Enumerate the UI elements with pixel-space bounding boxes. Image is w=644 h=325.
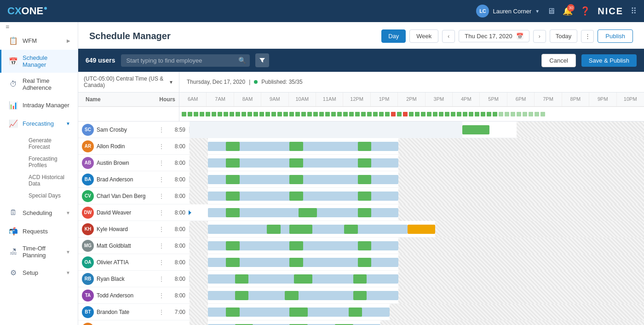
time-labels-row: 6AM 7AM 8AM 9AM 10AM 11AM 12PM 1PM 2PM 3…	[179, 93, 644, 106]
avatar: OA	[82, 256, 94, 268]
sidebar-item-requests[interactable]: 📬 Requests	[0, 222, 78, 240]
coverage-cell	[367, 112, 372, 116]
timezone-selector[interactable]: (UTC-05:00) Central Time (US & Canada) ▼	[78, 72, 179, 92]
row-menu-icon[interactable]: ⋮	[156, 192, 167, 200]
row-menu-icon[interactable]: ⋮	[156, 126, 167, 133]
sidebar-item-label: Time-Off Planning	[23, 245, 61, 259]
forecasting-submenu: Generate Forecast Forecasting Profiles A…	[0, 133, 78, 203]
hours-cell: 8:00	[167, 243, 190, 249]
sidebar-item-acd-historical[interactable]: ACD Historical Data	[21, 171, 78, 190]
coverage-cell	[307, 112, 312, 116]
time-label: 10PM	[617, 93, 644, 106]
published-status: Published: 35/35	[261, 79, 302, 85]
chevron-right-icon: ▼	[66, 210, 70, 215]
sidebar-item-forecasting-profiles[interactable]: Forecasting Profiles	[21, 153, 78, 171]
employee-name: Matt Goldblatt	[97, 243, 155, 249]
row-menu-area: ⋮	[156, 126, 167, 133]
coverage-cell	[182, 112, 186, 116]
sidebar-item-special-days[interactable]: Special Days	[21, 190, 78, 202]
more-options-button[interactable]: ⋮	[581, 30, 594, 43]
publish-button[interactable]: Publish	[598, 29, 633, 43]
sidebar-toggle[interactable]: ≡	[0, 22, 15, 31]
row-menu-icon[interactable]: ⋮	[156, 176, 167, 183]
chevron-down-icon: ▼	[66, 121, 70, 126]
schedule-toolbar: 649 users 🔍 Cancel Save & Publish	[78, 49, 644, 72]
sidebar-item-forecasting[interactable]: 📈 Forecasting ▼	[0, 114, 78, 133]
coverage-cell	[511, 112, 515, 116]
row-menu-icon[interactable]: ⋮	[156, 259, 167, 266]
timeline-cell	[190, 122, 644, 138]
logo: CXONE	[7, 5, 47, 17]
row-menu-icon[interactable]: ⋮	[156, 242, 167, 250]
row-menu-icon[interactable]: ⋮	[156, 143, 167, 150]
hours-cell: 7:00	[167, 309, 190, 315]
coverage-cell	[212, 112, 216, 116]
filter-button[interactable]	[255, 53, 269, 67]
chevron-down-icon: ▼	[535, 9, 540, 14]
user-count: 649 users	[86, 57, 115, 64]
notification-icon[interactable]: 🔔 30	[563, 6, 573, 16]
name-column-header: Name	[78, 93, 156, 106]
employee-name: Brad Anderson	[97, 176, 155, 183]
scheduling-icon: 🗓	[9, 208, 18, 217]
sidebar-item-generate-forecast[interactable]: Generate Forecast	[21, 134, 78, 153]
row-menu-icon[interactable]: ⋮	[156, 308, 167, 316]
time-label: 9PM	[589, 93, 616, 106]
hours-cell: 8:00	[167, 193, 190, 199]
green-bar	[289, 175, 303, 184]
row-menu-icon[interactable]: ⋮	[156, 292, 167, 299]
week-button[interactable]: Week	[409, 29, 438, 43]
employee-name: Ryan Black	[97, 276, 155, 282]
timeline-cell	[190, 221, 644, 238]
prev-arrow[interactable]: ‹	[442, 30, 455, 43]
green-bar	[226, 258, 240, 267]
green-bar	[226, 142, 240, 151]
coverage-cell	[481, 112, 485, 116]
intraday-icon: 📊	[9, 100, 18, 110]
coverage-cell	[224, 112, 228, 116]
green-bar	[226, 175, 240, 184]
cancel-button[interactable]: Cancel	[541, 54, 575, 67]
help-icon[interactable]: ❓	[580, 6, 590, 16]
search-input[interactable]	[121, 54, 250, 67]
hatch-left	[190, 138, 208, 155]
coverage-cell	[236, 112, 240, 116]
page-title: Schedule Manager	[89, 31, 171, 41]
row-name-cell: DW David Weaver	[78, 207, 156, 219]
hours-cell: 8:00	[167, 160, 190, 166]
screen-icon[interactable]: 🖥	[547, 6, 555, 16]
hatch-right	[398, 188, 644, 204]
sidebar-item-time-off[interactable]: 🏖 Time-Off Planning ▼	[0, 240, 78, 263]
coverage-cell	[505, 112, 509, 116]
sidebar-item-wfm[interactable]: 📋 WFM ▶	[0, 31, 78, 50]
row-menu-icon[interactable]: ⋮	[156, 159, 167, 167]
sidebar-item-real-time[interactable]: ⏱ Real Time Adherence	[0, 73, 78, 96]
forecast-summary-timeline	[179, 112, 644, 116]
time-label: 7PM	[535, 93, 562, 106]
search-icon[interactable]: 🔍	[238, 57, 246, 64]
row-menu-icon[interactable]: ⋮	[156, 209, 167, 216]
row-name-cell: RB Ryan Black	[78, 273, 156, 285]
apps-icon[interactable]: ⠿	[631, 6, 637, 16]
sidebar-item-schedule-manager[interactable]: 📅 Schedule Manager	[0, 50, 78, 73]
row-menu-icon[interactable]: ⋮	[156, 226, 167, 233]
save-publish-button[interactable]: Save & Publish	[581, 54, 637, 67]
coverage-cell	[397, 112, 402, 116]
green-bar	[344, 225, 358, 234]
user-menu[interactable]: LC Lauren Corner ▼	[476, 5, 540, 17]
today-button[interactable]: Today	[550, 29, 578, 43]
sidebar-item-scheduling[interactable]: 🗓 Scheduling ▼	[0, 203, 78, 222]
timeline-cell	[190, 320, 644, 325]
time-label: 7AM	[207, 93, 234, 106]
coverage-cell	[373, 112, 378, 116]
filter-icon	[259, 57, 265, 64]
coverage-cell	[259, 112, 264, 116]
wfm-icon: 📋	[9, 36, 18, 45]
published-dot	[254, 80, 258, 84]
next-arrow[interactable]: ›	[533, 30, 546, 43]
sidebar-item-setup[interactable]: ⚙ Setup ▼	[0, 263, 78, 282]
sidebar-item-intraday[interactable]: 📊 Intraday Manager	[0, 96, 78, 114]
row-menu-icon[interactable]: ⋮	[156, 275, 167, 283]
table-row: BT Brandon Tate ⋮ 7:00	[78, 304, 644, 320]
day-button[interactable]: Day	[381, 29, 406, 43]
